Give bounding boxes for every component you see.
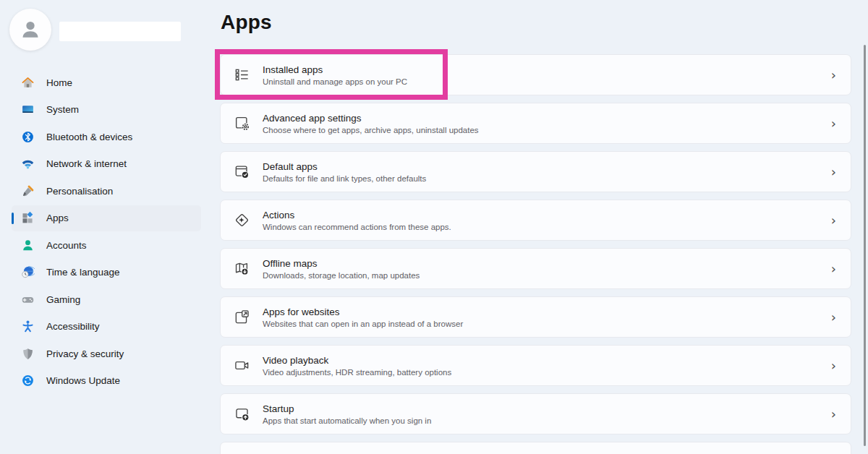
apps-icon xyxy=(21,211,35,225)
card-text: Advanced app settings Choose where to ge… xyxy=(263,113,831,134)
sidebar-item-windows-update[interactable]: Windows Update xyxy=(12,368,201,394)
settings-card-apps-for-websites[interactable]: Apps for websites Websites that can open… xyxy=(220,296,851,338)
sidebar-item-home[interactable]: Home xyxy=(12,69,201,95)
gaming-icon xyxy=(21,293,35,307)
chevron-right-icon: › xyxy=(831,117,836,130)
windows-update-icon xyxy=(21,374,35,387)
sidebar-item-privacy-security[interactable]: Privacy & security xyxy=(12,340,201,367)
startup-icon xyxy=(234,406,250,422)
actions-icon xyxy=(234,212,250,228)
settings-card-partial[interactable] xyxy=(220,442,851,454)
settings-card-installed-apps[interactable]: Installed apps Uninstall and manage apps… xyxy=(220,54,851,95)
settings-card-actions[interactable]: Actions Windows can recommend actions fr… xyxy=(220,200,851,241)
chevron-right-icon: › xyxy=(831,214,836,227)
installed-apps-icon xyxy=(234,67,250,83)
chevron-right-icon: › xyxy=(831,166,836,179)
settings-card-startup[interactable]: Startup Apps that start automatically wh… xyxy=(220,393,851,434)
chevron-right-icon: › xyxy=(831,262,836,275)
sidebar-item-personalisation[interactable]: Personalisation xyxy=(12,178,201,204)
settings-card-default-apps[interactable]: Default apps Defaults for file and link … xyxy=(220,151,851,192)
card-text: Installed apps Uninstall and manage apps… xyxy=(263,64,831,86)
sidebar-item-time-language[interactable]: Time & language xyxy=(12,260,201,286)
sidebar-item-network-internet[interactable]: Network & internet xyxy=(12,151,201,177)
offline-maps-icon xyxy=(234,260,250,277)
time-language-icon xyxy=(21,265,35,279)
card-text: Startup Apps that start automatically wh… xyxy=(263,403,831,425)
username-redaction-mask xyxy=(59,22,181,41)
default-apps-icon xyxy=(234,163,250,180)
settings-list: Installed apps Uninstall and manage apps… xyxy=(220,54,851,454)
vertical-scrollbar[interactable] xyxy=(864,45,866,446)
page-title: Apps xyxy=(221,11,272,34)
accessibility-icon xyxy=(21,320,35,333)
privacy-icon xyxy=(21,347,35,361)
network-icon xyxy=(21,157,35,171)
sidebar-nav: Home System Bluetooth & devices Network … xyxy=(12,69,201,395)
user-profile[interactable] xyxy=(9,9,205,52)
chevron-right-icon: › xyxy=(831,408,836,421)
settings-card-video-playback[interactable]: Video playback Video adjustments, HDR st… xyxy=(220,345,851,386)
sidebar-item-gaming[interactable]: Gaming xyxy=(12,286,201,312)
settings-card-offline-maps[interactable]: Offline maps Downloads, storage location… xyxy=(220,248,851,289)
accounts-icon xyxy=(21,239,35,252)
sidebar: Home System Bluetooth & devices Network … xyxy=(0,0,214,454)
sidebar-item-bluetooth-devices[interactable]: Bluetooth & devices xyxy=(12,124,201,150)
card-text: Actions Windows can recommend actions fr… xyxy=(263,210,831,231)
card-text: Default apps Defaults for file and link … xyxy=(263,161,831,183)
personalisation-icon xyxy=(21,184,35,198)
chevron-right-icon: › xyxy=(831,359,836,372)
chevron-right-icon: › xyxy=(831,311,836,324)
sidebar-item-accounts[interactable]: Accounts xyxy=(12,232,201,258)
apps-for-websites-icon xyxy=(234,309,250,325)
sidebar-item-accessibility[interactable]: Accessibility xyxy=(12,314,201,340)
card-text: Apps for websites Websites that can open… xyxy=(263,307,831,328)
settings-card-advanced-app-settings[interactable]: Advanced app settings Choose where to ge… xyxy=(220,103,851,144)
sidebar-item-apps[interactable]: Apps xyxy=(12,205,201,231)
user-avatar-icon xyxy=(18,17,43,42)
video-playback-icon xyxy=(234,357,250,374)
system-icon xyxy=(21,103,35,116)
advanced-app-settings-icon xyxy=(234,115,250,132)
home-icon xyxy=(21,76,35,90)
sidebar-item-system[interactable]: System xyxy=(12,97,201,123)
card-text: Video playback Video adjustments, HDR st… xyxy=(263,355,831,377)
bluetooth-icon xyxy=(21,130,35,144)
chevron-right-icon: › xyxy=(831,69,836,82)
card-text: Offline maps Downloads, storage location… xyxy=(263,258,831,280)
avatar xyxy=(9,9,51,51)
